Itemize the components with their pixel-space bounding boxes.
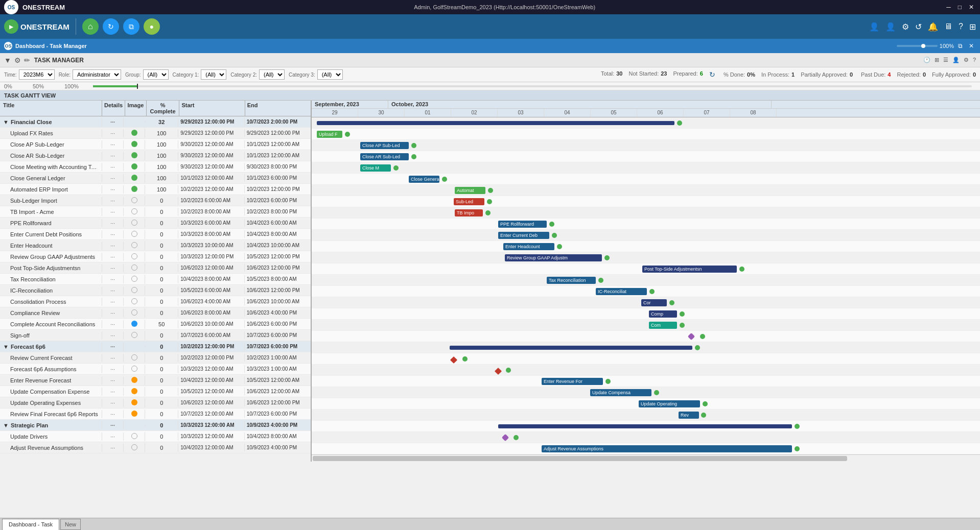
- gantt-bar-consol[interactable]: Cor: [641, 299, 667, 306]
- task-details[interactable]: ···: [102, 185, 124, 194]
- task-details[interactable]: ···: [102, 343, 124, 351]
- person-icon[interactable]: 👤: [952, 57, 960, 63]
- gantt-bar-close-gl[interactable]: Close Genera: [409, 176, 439, 183]
- table-row[interactable]: Post Top-Side Adjustmentsn ··· 0 10/6/20…: [0, 262, 311, 274]
- gantt-bar-financial-close[interactable]: [317, 121, 674, 125]
- gantt-bar-topside[interactable]: Post Top-Side Adjustmentsn: [642, 266, 737, 273]
- table-row[interactable]: Enter Revenue Forecast ··· 0 10/4/2023 1…: [0, 375, 311, 386]
- task-details[interactable]: ···: [102, 163, 124, 171]
- table-row[interactable]: Enter Headcount ··· 0 10/3/2023 10:00:00…: [0, 240, 311, 251]
- gantt-bar-tax[interactable]: Tax Reconciliation: [547, 277, 596, 284]
- copy-button[interactable]: ⧉: [123, 18, 139, 35]
- gantt-scrollbar[interactable]: [312, 454, 980, 462]
- table-row[interactable]: Tax Reconciliation ··· 0 10/4/2023 8:00:…: [0, 274, 311, 285]
- run-button[interactable]: ●: [144, 18, 160, 35]
- task-details[interactable]: ···: [102, 444, 124, 452]
- gantt-bar-ppe[interactable]: PPE Rollforward: [498, 221, 547, 228]
- profile-icon[interactable]: 👤: [885, 22, 896, 32]
- gantt-bar-compensation[interactable]: Update Compensa: [590, 389, 651, 396]
- gantt-bar-close-ap[interactable]: Close AP Sub-Led: [360, 142, 409, 149]
- gantt-bar-tb-import[interactable]: TB Impo: [455, 209, 483, 216]
- notification-icon[interactable]: 🔔: [928, 22, 938, 32]
- clock-icon[interactable]: 🕐: [923, 57, 930, 63]
- table-row[interactable]: Automated ERP Import ··· 100 10/2/2023 1…: [0, 184, 311, 195]
- task-details[interactable]: ···: [102, 376, 124, 384]
- time-select[interactable]: 2023M6: [19, 69, 55, 80]
- table-row[interactable]: Compliance Review ··· 0 10/6/2023 8:00:0…: [0, 307, 311, 319]
- task-details[interactable]: ···: [102, 286, 124, 295]
- table-row[interactable]: ▼Financial Close ··· 32 9/29/2023 12:00:…: [0, 116, 311, 128]
- minimize-button[interactable]: ─: [944, 4, 953, 11]
- task-details[interactable]: ···: [102, 298, 124, 306]
- settings-icon[interactable]: ⚙: [14, 56, 21, 64]
- gantt-bar-complete-acct[interactable]: Com: [649, 322, 677, 329]
- table-row[interactable]: Close Meeting with Accounting Team ··· 1…: [0, 161, 311, 173]
- task-details[interactable]: ···: [102, 309, 124, 317]
- user-icon[interactable]: 👤: [869, 22, 879, 32]
- gantt-bar-auto-erp[interactable]: Automat: [455, 187, 485, 194]
- gantt-bar-strategic-group[interactable]: [498, 424, 792, 428]
- gantt-bar-compliance[interactable]: Comp: [649, 310, 677, 318]
- table-row[interactable]: Update Drivers ··· 0 10/3/2023 12:00:00 …: [0, 431, 311, 442]
- restore-button[interactable]: ⧉: [956, 41, 965, 51]
- task-details[interactable]: ···: [102, 331, 124, 340]
- table-row[interactable]: Close General Ledger ··· 100 10/1/2023 1…: [0, 173, 311, 184]
- table-row[interactable]: Review Current Forecast ··· 0 10/2/2023 …: [0, 352, 311, 364]
- table-row[interactable]: Update Operating Expenses ··· 0 10/6/202…: [0, 397, 311, 408]
- question-icon[interactable]: ?: [973, 57, 976, 63]
- gantt-bar-adjust-revenue[interactable]: Adjust Revenue Assumptions: [542, 445, 792, 452]
- gantt-bar-revenue[interactable]: Enter Revenue For: [542, 378, 603, 385]
- table-row[interactable]: Upload FX Rates ··· 100 9/29/2023 12:00:…: [0, 128, 311, 139]
- task-details[interactable]: ···: [102, 421, 124, 429]
- group-select[interactable]: (All): [143, 69, 169, 80]
- filter-icon[interactable]: ▼: [4, 56, 11, 64]
- task-details[interactable]: ···: [102, 230, 124, 238]
- refresh-button[interactable]: ↻: [103, 18, 119, 35]
- table-row[interactable]: ▼Strategic Plan ··· 0 10/3/2023 12:00:00…: [0, 420, 311, 431]
- table-row[interactable]: Review Final Forecast 6p6 Reports ··· 0 …: [0, 408, 311, 420]
- task-details[interactable]: ···: [102, 253, 124, 261]
- gantt-bar-final-forecast[interactable]: Rev: [679, 412, 699, 419]
- task-details[interactable]: ···: [102, 264, 124, 272]
- gantt-bar-upload-fx[interactable]: Upload F: [317, 131, 342, 138]
- gantt-scroll-thumb[interactable]: [313, 456, 847, 461]
- table-row[interactable]: Sign-off ··· 0 10/7/2023 6:00:00 AM 10/7…: [0, 330, 311, 341]
- role-select[interactable]: Administrator: [73, 69, 121, 80]
- table-row[interactable]: Close AP Sub-Ledger ··· 100 9/30/2023 12…: [0, 139, 311, 150]
- home-button[interactable]: ⌂: [82, 18, 99, 35]
- task-details[interactable]: ···: [102, 365, 124, 373]
- dash-close-button[interactable]: ✕: [967, 41, 976, 51]
- update-icon[interactable]: ↺: [915, 22, 922, 32]
- cat3-select[interactable]: (All): [317, 69, 343, 80]
- table-row[interactable]: Sub-Ledger Import ··· 0 10/2/2023 6:00:0…: [0, 195, 311, 206]
- help-icon[interactable]: ?: [959, 22, 963, 31]
- task-details[interactable]: ···: [102, 208, 124, 216]
- task-details[interactable]: ···: [102, 152, 124, 160]
- settings-icon[interactable]: ⚙: [902, 22, 909, 32]
- tab-new[interactable]: New: [60, 519, 81, 530]
- tab-dashboard-task[interactable]: Dashboard - Task: [2, 519, 59, 530]
- gantt-bar-close-ar[interactable]: Close AR Sub-Led: [360, 153, 409, 160]
- table-row[interactable]: Close AR Sub-Ledger ··· 100 9/30/2023 12…: [0, 150, 311, 161]
- refresh-icon[interactable]: ↻: [709, 70, 715, 79]
- gantt-bar-sub-ledger[interactable]: Sub-Led: [454, 198, 484, 205]
- table-row[interactable]: Update Compensation Expense ··· 0 10/5/2…: [0, 386, 311, 397]
- table-row[interactable]: Complete Account Reconciliations ··· 50 …: [0, 319, 311, 330]
- gantt-bar-close-meeting[interactable]: Close M: [360, 164, 391, 172]
- gantt-bar-operating[interactable]: Update Operating: [639, 400, 700, 407]
- task-details[interactable]: ···: [102, 118, 124, 126]
- task-details[interactable]: ···: [102, 388, 124, 396]
- table-row[interactable]: Review Group GAAP Adjustments ··· 0 10/3…: [0, 251, 311, 262]
- table-row[interactable]: Consolidation Process ··· 0 10/6/2023 4:…: [0, 296, 311, 307]
- table-row[interactable]: IC-Reconciliation ··· 0 10/5/2023 6:00:0…: [0, 285, 311, 296]
- cat1-select[interactable]: (All): [201, 69, 226, 80]
- gantt-bar-headcount[interactable]: Enter Headcount: [503, 243, 554, 250]
- gantt-bar-forecast-group[interactable]: [450, 346, 692, 350]
- task-details[interactable]: ···: [102, 275, 124, 283]
- maximize-button[interactable]: □: [956, 4, 964, 11]
- task-details[interactable]: ···: [102, 399, 124, 407]
- monitor-icon[interactable]: 🖥: [944, 22, 952, 31]
- table-row[interactable]: Enter Current Debt Positions ··· 0 10/3/…: [0, 229, 311, 240]
- task-details[interactable]: ···: [102, 242, 124, 250]
- zoom-slider[interactable]: [897, 45, 938, 47]
